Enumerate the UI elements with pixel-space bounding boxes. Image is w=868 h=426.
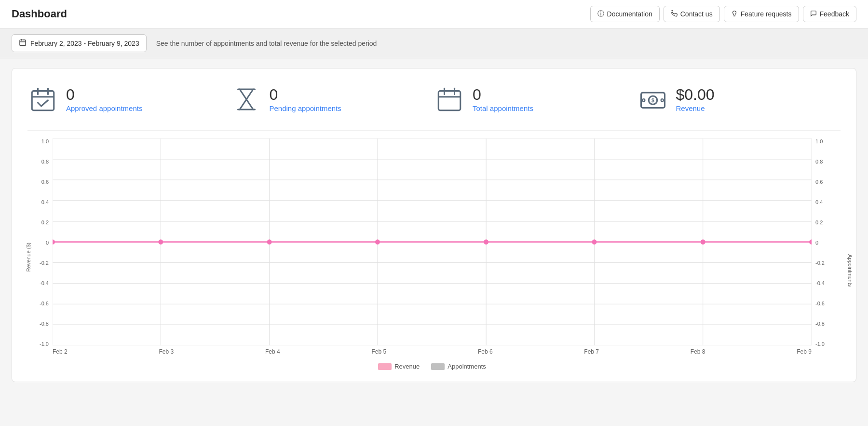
y-tick-right: 0 xyxy=(815,240,818,246)
chart-plot-wrapper xyxy=(53,138,812,345)
y-tick: -0.8 xyxy=(40,321,49,327)
legend-revenue-color xyxy=(378,363,392,370)
approved-label: Approved appointments xyxy=(66,104,142,112)
y-tick-right: 0.4 xyxy=(815,199,823,205)
documentation-label: Documentation xyxy=(607,10,652,18)
page-title: Dashboard xyxy=(12,8,67,20)
pending-label: Pending appointments xyxy=(270,104,341,112)
svg-point-39 xyxy=(53,239,55,245)
y-tick-right: -1.0 xyxy=(815,341,825,347)
feature-requests-button[interactable]: Feature requests xyxy=(724,6,799,22)
x-label-feb2: Feb 2 xyxy=(53,348,68,359)
y-tick: 0.4 xyxy=(41,199,49,205)
lightbulb-icon xyxy=(731,10,738,18)
total-count: 0 xyxy=(473,86,533,103)
documentation-button[interactable]: ⓘ Documentation xyxy=(590,6,660,22)
svg-rect-4 xyxy=(32,91,54,110)
y-tick-right: -0.8 xyxy=(815,321,825,327)
y-tick-right: -0.2 xyxy=(815,260,825,266)
date-bar-description: See the number of appointments and total… xyxy=(156,40,377,47)
legend-revenue: Revenue xyxy=(378,363,420,370)
chat-icon xyxy=(810,10,817,18)
y-axis-right-label: Appointments xyxy=(847,254,853,287)
x-label-feb8: Feb 8 xyxy=(691,348,705,359)
x-label-feb3: Feb 3 xyxy=(159,348,174,359)
y-tick: 0.6 xyxy=(41,179,49,185)
top-bar: Dashboard ⓘ Documentation Contact us Fea… xyxy=(0,0,868,28)
x-axis: Feb 2 Feb 3 Feb 4 Feb 5 Feb 6 Feb 7 Feb … xyxy=(53,345,812,359)
svg-rect-10 xyxy=(438,91,461,110)
y-tick: -0.6 xyxy=(40,301,49,306)
date-range-picker[interactable]: February 2, 2023 - February 9, 2023 xyxy=(12,34,147,52)
calendar-icon xyxy=(19,39,27,48)
main-content: 0 Approved appointments 0 Pending appo xyxy=(0,58,868,392)
y-tick: -0.4 xyxy=(40,280,49,286)
x-label-feb4: Feb 4 xyxy=(265,348,280,359)
phone-icon xyxy=(671,10,678,18)
y-axis-left-label: Revenue ($) xyxy=(26,243,31,272)
chart-svg xyxy=(53,138,812,345)
svg-point-18 xyxy=(661,99,663,101)
legend-appointments-label: Appointments xyxy=(448,363,486,370)
chart-legend: Revenue Appointments xyxy=(53,359,812,370)
contact-us-label: Contact us xyxy=(680,10,713,18)
x-label-feb5: Feb 5 xyxy=(371,348,386,359)
svg-point-42 xyxy=(375,239,380,245)
svg-point-17 xyxy=(642,99,645,101)
chart-container: Revenue ($) 1.0 0.8 0.6 0.4 0.2 0 -0.2 -… xyxy=(27,138,841,370)
y-tick: -1.0 xyxy=(40,341,49,347)
revenue-stat-text: $0.00 Revenue xyxy=(676,86,715,112)
total-label: Total appointments xyxy=(473,104,533,112)
revenue-label: Revenue xyxy=(676,104,715,112)
stat-total: 0 Total appointments xyxy=(434,80,637,119)
pending-count: 0 xyxy=(270,86,341,103)
svg-point-43 xyxy=(484,239,488,245)
money-icon: $ xyxy=(637,84,668,115)
date-range-text: February 2, 2023 - February 9, 2023 xyxy=(30,40,139,47)
svg-rect-0 xyxy=(20,40,26,46)
chart-inner: Feb 2 Feb 3 Feb 4 Feb 5 Feb 6 Feb 7 Feb … xyxy=(53,138,812,370)
y-tick: 0.2 xyxy=(41,220,49,225)
legend-appointments-color xyxy=(431,363,445,370)
stat-revenue: $ $0.00 Revenue xyxy=(637,80,841,119)
date-bar: February 2, 2023 - February 9, 2023 See … xyxy=(0,28,868,58)
contact-us-button[interactable]: Contact us xyxy=(664,6,720,22)
svg-point-44 xyxy=(592,239,597,245)
calendar-check-icon xyxy=(27,84,58,115)
calendar-total-icon xyxy=(434,84,465,115)
svg-point-40 xyxy=(158,239,163,245)
stats-card: 0 Approved appointments 0 Pending appo xyxy=(12,68,856,382)
chart-area: Revenue ($) 1.0 0.8 0.6 0.4 0.2 0 -0.2 -… xyxy=(27,138,841,370)
approved-stat-text: 0 Approved appointments xyxy=(66,86,142,112)
y-tick: 1.0 xyxy=(41,138,49,144)
y-tick: -0.2 xyxy=(40,260,49,266)
y-tick-right: 0.8 xyxy=(815,159,823,165)
pending-stat-text: 0 Pending appointments xyxy=(270,86,341,112)
feedback-button[interactable]: Feedback xyxy=(803,6,856,22)
approved-count: 0 xyxy=(66,86,142,103)
x-label-feb6: Feb 6 xyxy=(478,348,493,359)
stat-approved: 0 Approved appointments xyxy=(27,80,231,119)
y-tick-right: -0.6 xyxy=(815,301,825,306)
stat-pending: 0 Pending appointments xyxy=(231,80,434,119)
y-tick-right: 1.0 xyxy=(815,138,823,144)
svg-point-41 xyxy=(267,239,272,245)
y-axis-right: 1.0 0.8 0.6 0.4 0.2 0 -0.2 -0.4 -0.6 -0.… xyxy=(812,138,841,370)
revenue-amount: $0.00 xyxy=(676,86,715,103)
legend-appointments: Appointments xyxy=(431,363,486,370)
hourglass-icon xyxy=(231,84,262,115)
y-tick-right: 0.6 xyxy=(815,179,823,185)
x-label-feb7: Feb 7 xyxy=(584,348,599,359)
x-label-feb9: Feb 9 xyxy=(797,348,812,359)
svg-text:$: $ xyxy=(651,97,654,103)
stats-row: 0 Approved appointments 0 Pending appo xyxy=(27,80,841,131)
feedback-label: Feedback xyxy=(820,10,849,18)
y-tick: 0 xyxy=(46,240,49,246)
y-axis-left: Revenue ($) 1.0 0.8 0.6 0.4 0.2 0 -0.2 -… xyxy=(27,138,53,370)
y-tick: 0.8 xyxy=(41,159,49,165)
total-stat-text: 0 Total appointments xyxy=(473,86,533,112)
svg-point-45 xyxy=(701,239,705,245)
y-tick-right: 0.2 xyxy=(815,220,823,225)
top-bar-buttons: ⓘ Documentation Contact us Feature reque… xyxy=(590,6,856,22)
feature-requests-label: Feature requests xyxy=(741,10,792,18)
